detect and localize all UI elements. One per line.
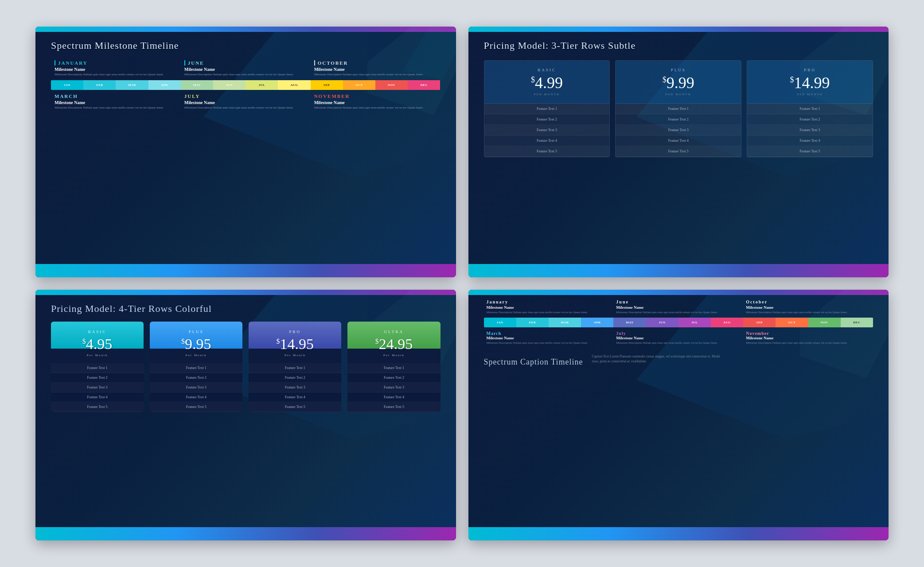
event-january-desc: Milestone Description Nullam quis risus … <box>55 73 177 77</box>
slide-3: Pricing Model: 4-Tier Rows Colorful Basi… <box>35 290 456 540</box>
plus-feature-3: Feature Text 3 <box>616 125 741 136</box>
basic-feature-4: Feature Text 4 <box>484 136 610 146</box>
cu-feature-1: Feature Text 1 <box>347 363 440 373</box>
colorful-pro-period: Per Month <box>253 353 337 357</box>
s4-july-month: July <box>616 331 741 336</box>
colorful-card-plus: Plus $9.95 Per Month Feature Text 1 Feat… <box>150 322 242 412</box>
pricing-grid-4: Basic $4.95 Per Month Feature Text 1 Fea… <box>51 322 441 412</box>
slide-1: Spectrum Milestone Timeline January Mile… <box>35 27 456 277</box>
event-march: March Milestone Name Milestone Descripti… <box>51 93 181 110</box>
s4-event-july: July Milestone Name Milestone Descriptio… <box>613 331 743 345</box>
tier-basic-price: $4.99 <box>489 75 605 91</box>
cpr-feature-3: Feature Text 3 <box>249 383 341 392</box>
slide-2: Pricing Model: 3-Tier Rows Subtle Basic … <box>468 27 889 277</box>
timeline-bottom: March Milestone Name Milestone Descripti… <box>51 93 441 110</box>
cp-feature-1: Feature Text 1 <box>150 363 242 373</box>
cpr-feature-1: Feature Text 1 <box>249 363 341 373</box>
event-june-name: Milestone Name <box>184 67 307 72</box>
event-june: June Milestone Name Milestone Descriptio… <box>181 60 311 77</box>
colorful-card-pro: Pro $14.95 Per Month Feature Text 1 Feat… <box>249 322 341 412</box>
timeline-top: January Milestone Name Milestone Descrip… <box>51 60 441 77</box>
s4-jun-desc: Milestone Description Nullam quis risus … <box>616 311 741 314</box>
plus-feature-1: Feature Text 1 <box>616 104 741 114</box>
cu-feature-2: Feature Text 2 <box>347 373 440 383</box>
s4-event-oct: October Milestone Name Milestone Descrip… <box>743 299 873 314</box>
spectrum-bar-1: JAN FEB MAR APR MAY JUN JUL AUG SEP OCT … <box>51 80 441 90</box>
s4-jun-name: Milestone Name <box>616 305 741 310</box>
colorful-ultra-period: Per Month <box>352 353 436 357</box>
pro-feature-4: Feature Text 4 <box>747 136 873 146</box>
s4-event-november: November Milestone Name Milestone Descri… <box>743 331 873 345</box>
event-july: July Milestone Name Milestone Descriptio… <box>181 93 311 110</box>
basic-feature-3: Feature Text 3 <box>484 125 610 136</box>
cb-feature-1: Feature Text 1 <box>51 363 144 373</box>
pricing-card-plus: Plus $9.99 Per Month Feature Text 1 Feat… <box>615 60 741 157</box>
event-november-month: November <box>314 93 437 99</box>
tier-basic-name: Basic <box>489 68 605 72</box>
cu-feature-3: Feature Text 3 <box>347 383 440 392</box>
cp-feature-4: Feature Text 4 <box>150 392 242 402</box>
colorful-pro-name: Pro <box>253 330 337 334</box>
pro-feature-3: Feature Text 3 <box>747 125 873 136</box>
colorful-ultra-name: Ultra <box>352 330 436 334</box>
s4-oct-name: Milestone Name <box>746 305 870 310</box>
pricing-card-basic: Basic $4.99 Per Month Feature Text 1 Fea… <box>484 60 610 157</box>
s4-event-march: March Milestone Name Milestone Descripti… <box>484 331 614 345</box>
s4-jun-month: June <box>616 299 741 304</box>
app-container: Spectrum Milestone Timeline January Mile… <box>0 0 924 567</box>
cpr-feature-4: Feature Text 4 <box>249 392 341 402</box>
event-january: January Milestone Name Milestone Descrip… <box>51 60 181 77</box>
cu-feature-4: Feature Text 4 <box>347 392 440 402</box>
s4-event-jan: January Milestone Name Milestone Descrip… <box>484 299 614 314</box>
cpr-feature-2: Feature Text 2 <box>249 373 341 383</box>
pro-feature-2: Feature Text 2 <box>747 114 873 125</box>
tier-pro-price: $14.99 <box>752 75 868 91</box>
slide-4-bottom-row: Spectrum Caption Timeline Caption Text L… <box>484 352 873 367</box>
slide-4-footer-title: Spectrum Caption Timeline <box>484 357 583 367</box>
s4-timeline-bottom: March Milestone Name Milestone Descripti… <box>484 331 873 345</box>
cb-feature-2: Feature Text 2 <box>51 373 144 383</box>
plus-feature-4: Feature Text 4 <box>616 136 741 146</box>
cb-feature-3: Feature Text 3 <box>51 383 144 392</box>
event-october: October Milestone Name Milestone Descrip… <box>311 60 441 77</box>
pro-feature-5: Feature Text 5 <box>747 146 873 157</box>
event-january-month: January <box>55 60 177 66</box>
s4-oct-month: October <box>746 299 870 304</box>
slide-4-caption-text: Caption Text Lorem Praesent commodo curs… <box>592 354 725 364</box>
spectrum-bar-4: JAN FEB MAR APR MAY JUN JUL AUG SEP OCT … <box>484 318 873 327</box>
colorful-basic-period: Per Month <box>55 353 139 357</box>
colorful-plus-period: Per Month <box>154 353 238 357</box>
event-november: November Milestone Name Milestone Descri… <box>311 93 441 110</box>
tier-pro-name: Pro <box>752 68 868 72</box>
pricing-grid-3: Basic $4.99 Per Month Feature Text 1 Fea… <box>484 60 873 157</box>
tier-plus-name: Plus <box>620 68 737 72</box>
cb-feature-4: Feature Text 4 <box>51 392 144 402</box>
event-october-name: Milestone Name <box>314 67 437 72</box>
colorful-basic-price: $4.95 <box>55 337 139 352</box>
colorful-pro-price: $14.95 <box>253 337 337 352</box>
cp-feature-5: Feature Text 5 <box>150 402 242 412</box>
event-july-month: July <box>184 93 307 99</box>
event-march-month: March <box>55 93 177 99</box>
event-june-desc: Milestone Description Nullam quis risus … <box>184 73 307 77</box>
pricing-card-pro: Pro $14.99 Per Month Feature Text 1 Feat… <box>747 60 873 157</box>
slide-4: January Milestone Name Milestone Descrip… <box>468 290 889 540</box>
s4-november-month: November <box>746 331 870 336</box>
s4-event-jun: June Milestone Name Milestone Descriptio… <box>613 299 743 314</box>
colorful-plus-name: Plus <box>154 330 238 334</box>
cpr-feature-5: Feature Text 5 <box>249 402 341 412</box>
cu-feature-5: Feature Text 5 <box>347 402 440 412</box>
s4-march-month: March <box>487 331 611 336</box>
cb-feature-5: Feature Text 5 <box>51 402 144 412</box>
s4-oct-desc: Milestone Description Nullam quis risus … <box>746 311 870 314</box>
s4-jan-month: January <box>487 299 611 304</box>
colorful-card-basic: Basic $4.95 Per Month Feature Text 1 Fea… <box>51 322 144 412</box>
cp-feature-2: Feature Text 2 <box>150 373 242 383</box>
s4-timeline-top: January Milestone Name Milestone Descrip… <box>484 299 873 314</box>
plus-feature-5: Feature Text 5 <box>616 146 741 157</box>
basic-feature-5: Feature Text 5 <box>484 146 610 157</box>
plus-feature-2: Feature Text 2 <box>616 114 741 125</box>
s4-jan-desc: Milestone Description Nullam quis risus … <box>487 311 611 314</box>
basic-feature-2: Feature Text 2 <box>484 114 610 125</box>
event-october-month: October <box>314 60 437 66</box>
